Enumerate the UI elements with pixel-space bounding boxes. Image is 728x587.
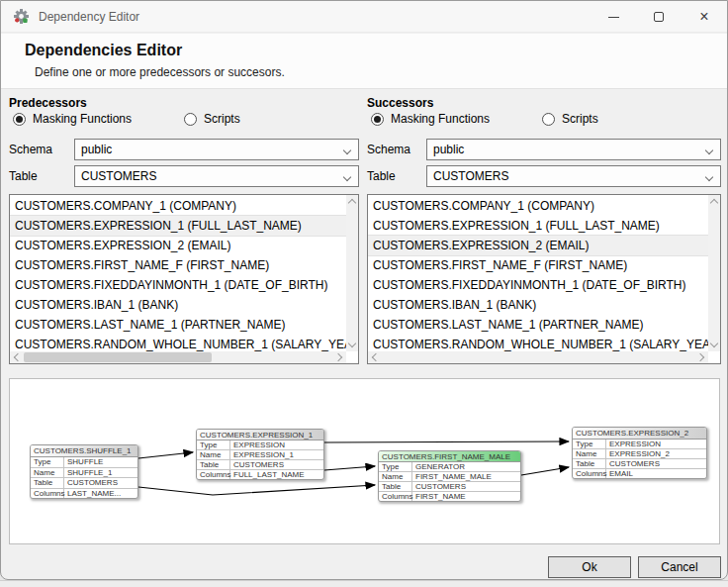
graph-node-title: CUSTOMERS.EXPRESSION_2 — [573, 428, 706, 440]
field-value: EXPRESSION — [230, 440, 323, 449]
field-value: LAST_NAME... — [64, 489, 137, 499]
graph-node-row: NameEXPRESSION_1 — [197, 450, 323, 460]
successors-listbox[interactable]: CUSTOMERS.COMPANY_1 (COMPANY)CUSTOMERS.E… — [367, 194, 721, 364]
graph-node-row: TableCUSTOMERS — [573, 459, 706, 469]
successors-table-select[interactable]: CUSTOMERS — [426, 165, 721, 187]
selected-value: public — [81, 143, 112, 156]
successors-schema-select[interactable]: public — [426, 139, 721, 160]
field-value: CUSTOMERS — [64, 478, 137, 488]
title-bar[interactable]: Dependency Editor × — [1, 1, 727, 33]
graph-node-row: TypeGENERATOR — [379, 462, 520, 472]
vertical-scrollbar[interactable] — [708, 195, 720, 351]
graph-node-expression_2[interactable]: CUSTOMERS.EXPRESSION_2TypeEXPRESSIONName… — [572, 427, 707, 479]
chevron-down-icon — [705, 147, 713, 154]
field-label: Type — [197, 440, 230, 449]
predecessors-table-select[interactable]: CUSTOMERS — [74, 165, 359, 187]
field-label: Table — [573, 459, 606, 468]
graph-node-expression_1[interactable]: CUSTOMERS.EXPRESSION_1TypeEXPRESSIONName… — [196, 429, 324, 480]
edge-expression_1-to-first_name_male — [324, 466, 375, 470]
horizontal-scrollbar[interactable] — [368, 351, 708, 363]
field-label: Type — [31, 457, 64, 467]
close-button[interactable]: × — [682, 1, 727, 33]
graph-node-shuffle_1[interactable]: CUSTOMERS.SHUFFLE_1TypeSHUFFLENameSHUFFL… — [30, 444, 138, 499]
scroll-left-icon — [372, 353, 380, 361]
field-label: Table — [31, 478, 64, 488]
graph-node-row: TableCUSTOMERS — [31, 478, 137, 489]
graph-node-row: ColumnsEMAIL — [573, 469, 706, 478]
field-value: FIRST_NAME — [412, 492, 520, 501]
graph-node-row: NameSHUFFLE_1 — [31, 468, 137, 479]
list-item[interactable]: CUSTOMERS.EXPRESSION_2 (EMAIL) — [368, 236, 708, 255]
radio-label: Masking Functions — [33, 112, 132, 126]
dependency-editor-dialog: Dependency Editor × Dependencies Editor … — [0, 0, 728, 580]
background-strip — [0, 580, 728, 587]
vertical-scrollbar[interactable] — [346, 195, 358, 351]
predecessors-scripts-radio[interactable]: Scripts — [184, 112, 240, 126]
field-value: SHUFFLE_1 — [64, 468, 137, 478]
header-band: Dependencies Editor Define one or more p… — [1, 34, 727, 89]
list-item[interactable]: CUSTOMERS.FIXEDDAYINMONTH_1 (DATE_OF_BIR… — [368, 275, 708, 295]
selected-value: CUSTOMERS — [81, 169, 156, 183]
list-item[interactable]: CUSTOMERS.IBAN_1 (BANK) — [10, 295, 346, 315]
list-item[interactable]: CUSTOMERS.EXPRESSION_2 (EMAIL) — [10, 236, 346, 255]
dependency-graph-panel[interactable]: CUSTOMERS.SHUFFLE_1TypeSHUFFLENameSHUFFL… — [9, 378, 720, 544]
radio-icon — [542, 113, 555, 126]
list-item[interactable]: CUSTOMERS.FIRST_NAME_F (FIRST_NAME) — [10, 255, 346, 275]
horizontal-scrollbar[interactable] — [10, 351, 346, 363]
scroll-down-icon — [348, 340, 356, 347]
field-value: EXPRESSION_2 — [606, 449, 706, 458]
successors-masking-radio[interactable]: Masking Functions — [371, 112, 490, 126]
field-value: CUSTOMERS — [606, 459, 706, 468]
list-item[interactable]: CUSTOMERS.LAST_NAME_1 (PARTNER_NAME) — [368, 315, 708, 335]
successors-scripts-radio[interactable]: Scripts — [542, 112, 598, 126]
field-label: Type — [573, 440, 606, 448]
scroll-right-icon — [334, 353, 342, 361]
graph-node-first_name_male[interactable]: CUSTOMERS.FIRST_NAME_MALETypeGENERATORNa… — [378, 450, 521, 502]
list-item[interactable]: CUSTOMERS.RANDOM_WHOLE_NUMBER_1 (SALARY_… — [368, 335, 708, 351]
graph-node-title: CUSTOMERS.FIRST_NAME_MALE — [379, 451, 520, 462]
scrollbar-thumb[interactable] — [24, 352, 212, 362]
cancel-button[interactable]: Cancel — [638, 556, 721, 578]
graph-node-row: TableCUSTOMERS — [379, 482, 520, 492]
graph-node-row: NameEXPRESSION_2 — [573, 449, 706, 459]
window-title: Dependency Editor — [39, 10, 139, 24]
edge-shuffle_1-to-expression_1 — [138, 452, 193, 458]
field-label: Name — [197, 450, 230, 459]
minimize-icon — [608, 17, 619, 18]
maximize-button[interactable] — [636, 1, 682, 33]
ok-button[interactable]: Ok — [548, 556, 631, 578]
predecessors-schema-select[interactable]: public — [74, 139, 359, 160]
list-item[interactable]: CUSTOMERS.FIXEDDAYINMONTH_1 (DATE_OF_BIR… — [10, 275, 346, 295]
graph-node-row: TypeEXPRESSION — [573, 440, 706, 449]
list-item[interactable]: CUSTOMERS.EXPRESSION_1 (FULL_LAST_NAME) — [10, 216, 346, 236]
scroll-left-icon — [14, 353, 22, 361]
predecessors-schema-label: Schema — [9, 143, 52, 156]
predecessors-section-label: Predecessors — [9, 96, 87, 110]
graph-node-row: TypeEXPRESSION — [197, 440, 323, 450]
minimize-button[interactable] — [591, 1, 636, 33]
field-value: CUSTOMERS — [230, 460, 323, 469]
list-item[interactable]: CUSTOMERS.LAST_NAME_1 (PARTNER_NAME) — [10, 315, 346, 335]
predecessors-listbox[interactable]: CUSTOMERS.COMPANY_1 (COMPANY)CUSTOMERS.E… — [9, 194, 359, 364]
graph-node-title: CUSTOMERS.EXPRESSION_1 — [197, 430, 323, 440]
predecessors-masking-radio[interactable]: Masking Functions — [13, 112, 132, 126]
list-item[interactable]: CUSTOMERS.FIRST_NAME_F (FIRST_NAME) — [368, 255, 708, 275]
edge-expression_1-to-expression_2 — [324, 441, 569, 442]
graph-node-row: NameFIRST_NAME_MALE — [379, 472, 520, 482]
selected-value: public — [433, 143, 464, 156]
field-value: GENERATOR — [412, 462, 520, 471]
field-value: EXPRESSION_1 — [230, 450, 323, 459]
list-item[interactable]: CUSTOMERS.IBAN_1 (BANK) — [368, 295, 708, 315]
field-label: Columns — [31, 489, 64, 499]
list-item[interactable]: CUSTOMERS.COMPANY_1 (COMPANY) — [368, 196, 708, 216]
list-item[interactable]: CUSTOMERS.COMPANY_1 (COMPANY) — [10, 196, 346, 216]
scroll-right-icon — [696, 353, 704, 361]
edge-first_name_male-to-expression_2 — [521, 467, 569, 475]
list-item[interactable]: CUSTOMERS.EXPRESSION_1 (FULL_LAST_NAME) — [368, 216, 708, 236]
app-gear-icon — [13, 8, 30, 25]
graph-node-row: TypeSHUFFLE — [31, 457, 137, 468]
radio-label: Masking Functions — [391, 112, 490, 126]
field-label: Table — [379, 482, 412, 491]
list-item[interactable]: CUSTOMERS.RANDOM_WHOLE_NUMBER_1 (SALARY_… — [10, 335, 346, 351]
chevron-down-icon — [705, 173, 713, 181]
